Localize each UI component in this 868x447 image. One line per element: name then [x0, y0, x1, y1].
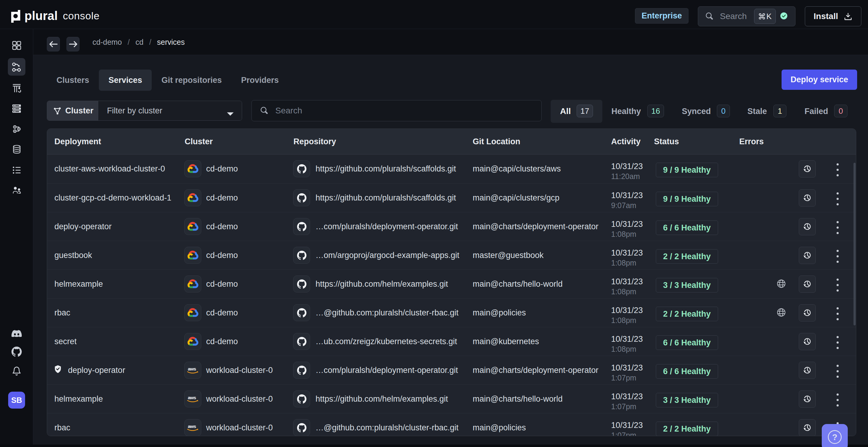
svg-text:?: ?: [832, 433, 837, 442]
svg-text:aws: aws: [188, 424, 196, 429]
svg-text:aws: aws: [188, 395, 196, 400]
svg-text:aws: aws: [188, 366, 196, 371]
